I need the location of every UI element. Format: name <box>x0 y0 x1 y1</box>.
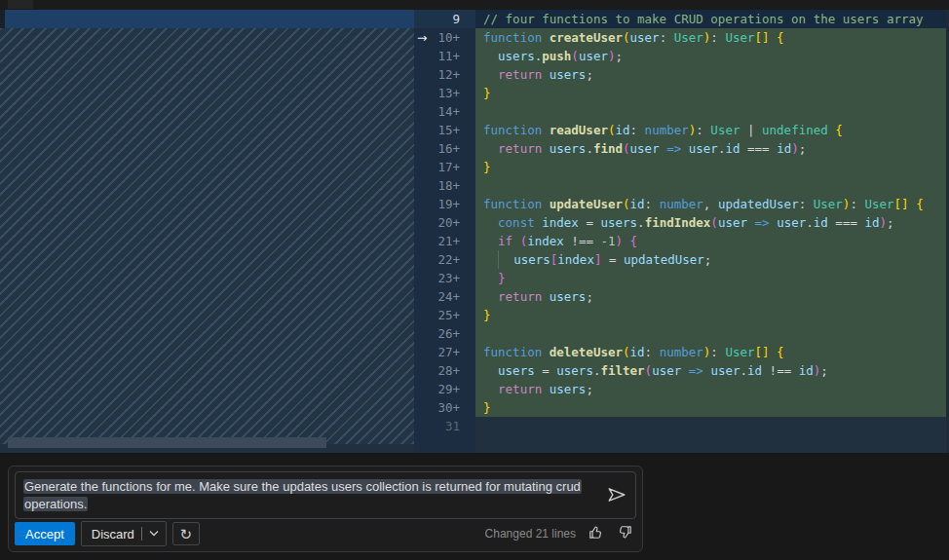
code-token: { <box>777 345 784 359</box>
code-token <box>483 67 498 82</box>
line-number: 12+ <box>414 65 475 84</box>
code-token: index <box>542 215 579 230</box>
code-token: : <box>630 123 645 137</box>
code-token: id <box>777 141 791 156</box>
line-number-text: 13+ <box>437 86 460 100</box>
line-number: 18+ <box>414 176 475 195</box>
refresh-icon: ↻ <box>180 526 193 542</box>
line-number-text: 12+ <box>437 67 460 82</box>
code-token: return <box>498 67 542 82</box>
horizontal-scrollbar[interactable] <box>8 437 326 448</box>
code-token: !== <box>762 363 799 378</box>
line-number-text: 19+ <box>437 197 460 211</box>
code-token <box>909 197 917 211</box>
code-token: user <box>777 215 806 230</box>
code-line: return users; <box>475 287 949 306</box>
line-number-gutter: 910+→11+12+13+14+15+16+17+18+19+20+21+22… <box>414 10 475 453</box>
code-token: => <box>666 141 681 156</box>
code-token <box>623 234 630 248</box>
line-number-text: 21+ <box>437 234 460 248</box>
line-number-text: 29+ <box>437 382 460 396</box>
code-token: users <box>600 215 637 230</box>
accept-button[interactable]: Accept <box>15 522 75 545</box>
code-line: } <box>475 398 949 417</box>
send-button[interactable] <box>606 486 627 505</box>
code-token: number <box>660 197 703 211</box>
line-number-text: 26+ <box>437 326 460 341</box>
code-token: // four functions to make CRUD operation… <box>483 12 924 26</box>
code-line: return users; <box>475 65 949 84</box>
line-number-text: 27+ <box>437 345 460 359</box>
thumbs-up-icon <box>588 524 604 541</box>
original-pane[interactable]: // four functions to make CRUD operation… <box>0 10 414 453</box>
code-token: ; <box>586 382 593 396</box>
code-token <box>483 363 498 378</box>
chevron-down-icon[interactable] <box>149 531 159 537</box>
line-number: 9 <box>414 10 475 28</box>
code-line: } <box>475 84 949 102</box>
code-token: users <box>498 49 535 63</box>
code-token: updatedUser <box>624 252 704 267</box>
code-token: : <box>850 197 864 211</box>
thumbs-down-icon <box>617 524 633 541</box>
code-token <box>542 141 550 156</box>
code-token: readUser <box>550 123 608 137</box>
code-token: } <box>498 271 506 285</box>
original-comment-line: // four functions to make CRUD operation… <box>0 10 414 28</box>
code-token <box>483 271 498 285</box>
thumbs-up-button[interactable] <box>584 523 607 544</box>
code-token: index <box>527 234 564 248</box>
line-number: 15+ <box>414 121 475 139</box>
code-token: return <box>498 141 542 156</box>
send-icon <box>607 486 626 504</box>
code-token: } <box>483 400 491 415</box>
code-token: function <box>483 345 550 359</box>
code-token: User <box>674 30 703 45</box>
code-token: users <box>513 252 550 267</box>
code-token <box>483 252 498 267</box>
code-token: : <box>799 197 814 211</box>
code-token <box>483 49 498 63</box>
code-line: function updateUser(id: number, updatedU… <box>475 195 949 213</box>
discard-button[interactable]: Discard <box>81 521 167 546</box>
code-token: users <box>498 363 535 378</box>
code-token: filter <box>600 363 644 378</box>
revert-arrow-icon[interactable]: → <box>417 28 427 47</box>
line-number: 30+ <box>414 398 475 417</box>
code-line <box>475 176 949 195</box>
code-token: users <box>550 382 587 396</box>
line-number-text: 28+ <box>437 363 460 378</box>
code-token: ; <box>799 141 807 156</box>
code-token: => <box>755 215 770 230</box>
code-token <box>681 141 689 156</box>
code-token: ) <box>880 215 888 230</box>
chat-input-line2: operations. <box>23 497 88 511</box>
code-line <box>475 417 949 435</box>
chat-input[interactable]: Generate the functions for me. Make sure… <box>15 471 636 519</box>
code-line: function createUser(user: User): User[] … <box>475 28 949 47</box>
code-token <box>542 289 550 304</box>
code-token: : <box>696 123 710 137</box>
code-token: user <box>710 363 740 378</box>
code-token <box>512 234 520 248</box>
changed-lines-label: Changed 21 lines <box>485 527 576 541</box>
code-token: user <box>689 141 718 156</box>
code-token: ( <box>645 363 653 378</box>
rerun-button[interactable]: ↻ <box>172 522 200 545</box>
line-number: 26+ <box>414 324 475 343</box>
line-number-text: 30+ <box>437 400 460 415</box>
line-number-text: 16+ <box>437 141 460 156</box>
code-token: { <box>916 197 924 211</box>
code-token: = <box>601 252 624 267</box>
line-number: 20+ <box>414 213 475 232</box>
line-number-text: 22+ <box>437 252 460 267</box>
code-token: ; <box>887 215 894 230</box>
code-token <box>770 215 778 230</box>
chat-input-text: Generate the functions for me. Make sure… <box>16 472 635 519</box>
line-number: 22+ <box>414 250 475 269</box>
thumbs-down-button[interactable] <box>613 523 636 544</box>
code-line: const index = users.findIndex(user => us… <box>475 213 949 232</box>
modified-pane[interactable]: // four functions to make CRUD operation… <box>475 10 949 453</box>
code-token: } <box>483 308 491 322</box>
line-number: 19+ <box>414 195 475 213</box>
